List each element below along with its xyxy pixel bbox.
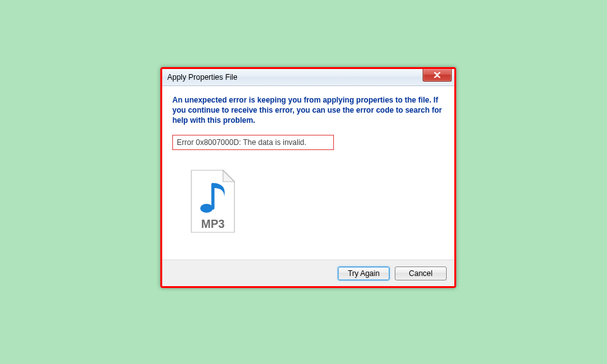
try-again-button[interactable]: Try Again [338, 267, 390, 280]
cancel-button[interactable]: Cancel [395, 267, 447, 280]
error-message: An unexpected error is keeping you from … [172, 95, 444, 126]
apply-properties-dialog: Apply Properties File An unexpected erro… [160, 67, 456, 288]
file-type-label: MP3 [201, 218, 224, 230]
mp3-file-icon: MP3 [188, 169, 238, 235]
close-button[interactable] [423, 69, 452, 82]
dialog-footer: Try Again Cancel [162, 260, 454, 286]
svg-rect-1 [212, 183, 215, 210]
error-code-box: Error 0x8007000D: The data is invalid. [172, 135, 334, 150]
svg-point-0 [200, 204, 213, 213]
dialog-title: Apply Properties File [162, 73, 238, 82]
titlebar: Apply Properties File [162, 69, 454, 86]
dialog-body: An unexpected error is keeping you from … [162, 86, 454, 242]
error-code-text: Error 0x8007000D: The data is invalid. [177, 138, 307, 147]
close-icon [434, 72, 440, 78]
